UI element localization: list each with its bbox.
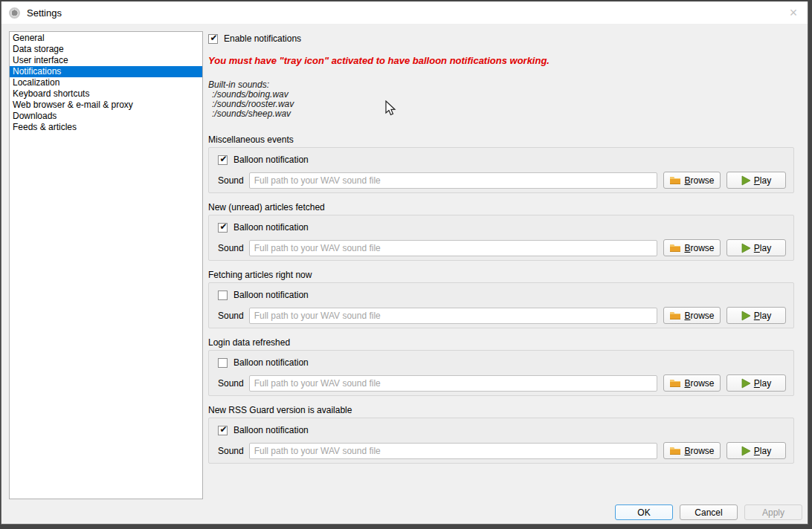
notification-section: New RSS Guard version is available Ballo…: [208, 405, 794, 464]
sidebar-item-feeds-articles[interactable]: Feeds & articles: [10, 122, 202, 133]
balloon-notification-checkbox[interactable]: [218, 291, 228, 300]
folder-icon: [669, 175, 681, 185]
sound-label: Sound: [218, 243, 244, 253]
enable-notifications-label: Enable notifications: [224, 33, 301, 44]
ok-button[interactable]: OK: [615, 504, 673, 520]
play-button-label: Play: [754, 446, 771, 456]
folder-icon: [669, 378, 681, 388]
play-button-label: Play: [754, 378, 771, 389]
sidebar-item-notifications[interactable]: Notifications: [10, 66, 202, 77]
play-button[interactable]: Play: [726, 442, 786, 459]
play-button-label: Play: [754, 175, 771, 186]
sidebar-item-localization[interactable]: Localization: [10, 77, 202, 88]
browse-button-label: Browse: [684, 243, 714, 253]
section-groupbox: Balloon notification Sound Browse: [208, 350, 794, 396]
notification-section: New (unread) articles fetched Balloon no…: [208, 202, 794, 261]
sound-label: Sound: [218, 175, 244, 186]
sound-label: Sound: [218, 378, 244, 389]
balloon-notification-label: Balloon notification: [233, 222, 309, 233]
play-button-label: Play: [754, 311, 771, 321]
sound-path-input[interactable]: [249, 375, 657, 392]
builtin-sounds-block: Built-in sounds: :/sounds/boing.wav :/so…: [208, 80, 794, 119]
settings-category-list: GeneralData storageUser interfaceNotific…: [9, 31, 203, 499]
section-title: Fetching articles right now: [208, 270, 794, 281]
sidebar-item-general[interactable]: General: [10, 33, 202, 44]
balloon-notification-label: Balloon notification: [233, 290, 309, 300]
sidebar-item-downloads[interactable]: Downloads: [10, 111, 202, 122]
section-groupbox: Balloon notification Sound Browse: [208, 215, 794, 261]
folder-icon: [669, 311, 681, 320]
enable-notifications-row: Enable notifications: [208, 33, 794, 44]
sound-path-input[interactable]: [249, 240, 657, 256]
balloon-notification-checkbox[interactable]: [218, 358, 228, 368]
browse-button-label: Browse: [684, 446, 714, 456]
balloon-notification-label: Balloon notification: [233, 357, 309, 368]
titlebar: Settings ×: [1, 1, 808, 24]
browse-button-label: Browse: [684, 378, 714, 389]
notification-sections: Miscellaneous events Balloon notificatio…: [208, 134, 794, 464]
section-groupbox: Balloon notification Sound Browse: [208, 147, 794, 193]
sound-label: Sound: [218, 311, 244, 321]
play-button-label: Play: [754, 243, 771, 253]
sound-row: Sound Browse: [218, 239, 786, 256]
cancel-button[interactable]: Cancel: [680, 504, 738, 520]
section-title: New RSS Guard version is available: [208, 405, 794, 416]
sidebar-item-web-browser-e-mail-proxy[interactable]: Web browser & e-mail & proxy: [10, 100, 202, 111]
folder-icon: [669, 446, 681, 455]
notifications-panel: Enable notifications You must have "tray…: [208, 30, 794, 473]
browse-button-label: Browse: [684, 175, 714, 186]
balloon-notification-checkbox[interactable]: [218, 426, 228, 435]
play-button[interactable]: Play: [726, 307, 786, 324]
close-icon[interactable]: ×: [785, 4, 802, 21]
sound-path-input[interactable]: [249, 308, 657, 324]
notification-section: Login data refreshed Balloon notificatio…: [208, 337, 794, 396]
sound-row: Sound Browse: [218, 307, 786, 324]
play-icon: [741, 311, 751, 321]
browse-button[interactable]: Browse: [663, 172, 721, 189]
builtin-sounds-title: Built-in sounds:: [208, 80, 794, 90]
gear-icon: [9, 7, 20, 19]
balloon-notification-row: Balloon notification: [218, 222, 786, 233]
builtin-sound-path: :/sounds/boing.wav: [208, 90, 794, 100]
play-button[interactable]: Play: [726, 172, 786, 189]
settings-window: Settings × GeneralData storageUser inter…: [1, 1, 808, 525]
balloon-notification-row: Balloon notification: [218, 425, 786, 435]
apply-button[interactable]: Apply: [744, 504, 802, 520]
section-title: New (unread) articles fetched: [208, 202, 794, 213]
sound-row: Sound Browse: [218, 374, 786, 392]
browse-button[interactable]: Browse: [663, 307, 721, 324]
balloon-notification-label: Balloon notification: [233, 155, 309, 165]
section-title: Login data refreshed: [208, 337, 794, 348]
section-groupbox: Balloon notification Sound Browse: [208, 282, 794, 328]
play-icon: [741, 175, 751, 186]
sidebar-item-data-storage[interactable]: Data storage: [10, 44, 202, 55]
notification-section: Fetching articles right now Balloon noti…: [208, 270, 794, 328]
section-groupbox: Balloon notification Sound Browse: [208, 418, 794, 464]
folder-icon: [669, 243, 681, 253]
window-title: Settings: [27, 7, 62, 19]
settings-content: GeneralData storageUser interfaceNotific…: [1, 24, 808, 525]
play-icon: [741, 378, 751, 389]
builtin-sound-path: :/sounds/rooster.wav: [208, 100, 794, 109]
sound-row: Sound Browse: [218, 442, 786, 459]
play-icon: [741, 446, 751, 456]
sidebar-item-keyboard-shortcuts[interactable]: Keyboard shortcuts: [10, 88, 202, 100]
play-button[interactable]: Play: [726, 239, 786, 256]
sound-path-input[interactable]: [249, 443, 657, 459]
section-title: Miscellaneous events: [208, 134, 794, 146]
builtin-sound-path: :/sounds/sheep.wav: [208, 109, 794, 119]
browse-button[interactable]: Browse: [663, 442, 721, 459]
play-button[interactable]: Play: [726, 374, 786, 392]
browse-button[interactable]: Browse: [663, 239, 721, 256]
balloon-notification-checkbox[interactable]: [218, 223, 228, 233]
browse-button-label: Browse: [684, 311, 714, 321]
enable-notifications-checkbox[interactable]: [208, 34, 218, 44]
balloon-notification-checkbox[interactable]: [218, 155, 228, 165]
dialog-buttons: OK Cancel Apply: [615, 504, 802, 520]
play-icon: [741, 243, 751, 253]
sound-path-input[interactable]: [249, 172, 657, 189]
sound-row: Sound Browse: [218, 172, 786, 189]
browse-button[interactable]: Browse: [663, 374, 721, 392]
tray-icon-warning: You must have "tray icon" activated to h…: [208, 55, 794, 66]
sidebar-item-user-interface[interactable]: User interface: [10, 55, 202, 66]
